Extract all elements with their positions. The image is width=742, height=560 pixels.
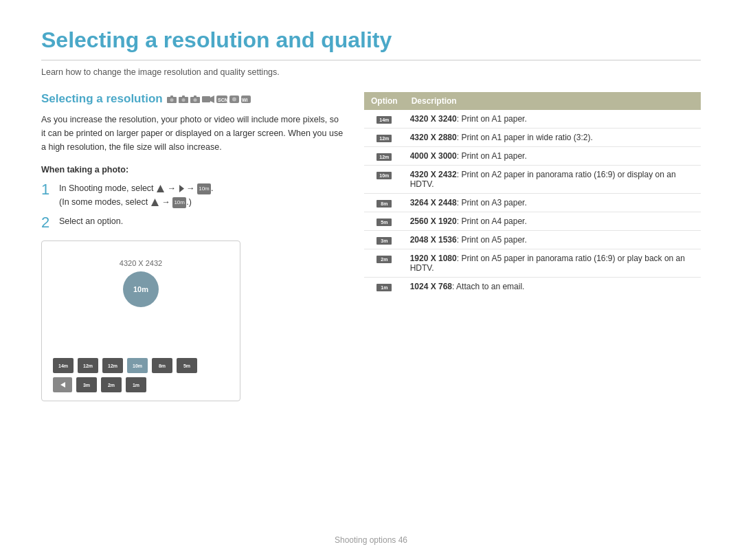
res-value-bold: 4000 X 3000 — [410, 151, 457, 161]
res-value-bold: 1024 X 768 — [410, 282, 452, 291]
cam-btn-12m-label: 12m — [108, 363, 117, 368]
resolution-table: Option Description 14m4320 X 3240: Print… — [364, 92, 701, 295]
cam-btn-12m[interactable]: 12m — [102, 358, 123, 373]
col-description: Description — [405, 92, 701, 110]
table-cell-icon: 14m — [364, 110, 405, 128]
table-cell-icon: 10m — [364, 166, 405, 194]
left-column: Selecting a resolution SCN Wi As you inc… — [41, 92, 344, 401]
section-icons: SCN Wi — [167, 96, 251, 103]
table-row: 10m4320 X 2432: Print on A2 paper in pan… — [364, 166, 701, 194]
page-container: Selecting a resolution and quality Learn… — [0, 0, 742, 422]
svg-rect-4 — [182, 96, 185, 98]
cam-btn-2m-wide-label: 2m — [108, 383, 115, 388]
res-value-bold: 4320 X 3240 — [410, 114, 457, 124]
table-header-row: Option Description — [364, 92, 701, 110]
table-cell-desc: 4320 X 3240: Print on A1 paper. — [405, 110, 701, 128]
table-cell-desc: 4320 X 2432: Print on A2 paper in panora… — [405, 166, 701, 194]
svg-point-5 — [181, 98, 185, 102]
table-row: 12m4000 X 3000: Print on A1 paper. — [364, 147, 701, 166]
cam-btn-14m[interactable]: 14m — [53, 358, 74, 373]
table-cell-desc: 1920 X 1080: Print on A5 paper in panora… — [405, 249, 701, 278]
table-cell-icon: 1m — [364, 278, 405, 296]
table-cell-desc: 4000 X 3000: Print on A1 paper. — [405, 147, 701, 166]
res-value-bold: 2048 X 1536 — [410, 235, 457, 245]
res-icon-10m-3: 10m — [376, 172, 392, 179]
res-value-bold: 4320 X 2432 — [410, 170, 457, 179]
right-arrow-icon — [179, 184, 184, 193]
section-title: Selecting a resolution SCN Wi — [41, 92, 344, 106]
table-row: 3m2048 X 1536: Print on A5 paper. — [364, 231, 701, 249]
table-row: 5m2560 X 1920: Print on A4 paper. — [364, 212, 701, 231]
table-row: 1m1024 X 768: Attach to an email. — [364, 278, 701, 296]
camera-ui-mockup: 4320 X 2432 10m 14m 12m 12m 10m 8m 5m — [41, 240, 240, 401]
res-value-bold: 3264 X 2448 — [410, 198, 457, 208]
table-row: 14m4320 X 3240: Print on A1 paper. — [364, 110, 701, 128]
cam-icon-2 — [179, 96, 188, 103]
cam-btn-8m[interactable]: 8m — [152, 358, 172, 373]
res-value-bold: 4320 X 2880 — [410, 133, 457, 142]
svg-marker-10 — [210, 96, 214, 103]
svg-marker-17 — [157, 185, 164, 192]
res-value-bold: 1920 X 1080 — [410, 254, 457, 263]
step-1: 1 In Shooting mode, select → → 10m. (In … — [41, 181, 344, 209]
mode-icon: SCN — [216, 96, 227, 103]
cam-icon-1 — [167, 96, 177, 103]
cam-btn-5m-label: 5m — [183, 363, 190, 368]
section-title-text: Selecting a resolution — [41, 92, 163, 106]
step-1-subtext: (In some modes, select → 10m.) — [59, 195, 344, 209]
cam-btn-3m-label: 3m — [83, 383, 90, 388]
col-option: Option — [364, 92, 405, 110]
svg-point-8 — [193, 98, 196, 102]
camera-ui-inner: 4320 X 2432 10m — [53, 252, 229, 348]
cam-btn-10m[interactable]: 10m — [127, 358, 148, 373]
cam-btn-14m-label: 14m — [58, 363, 68, 368]
step-2-text: Select an option. — [59, 214, 344, 228]
cam-btn-12m-wide-label: 12m — [83, 363, 93, 368]
table-cell-desc: 1024 X 768: Attach to an email. — [405, 278, 701, 296]
section-description: As you increase the resolution, your pho… — [41, 113, 344, 154]
cam-btn-5m[interactable]: 5m — [177, 358, 197, 373]
page-subtitle: Learn how to change the image resolution… — [41, 67, 701, 77]
res-icon-inline: 10m — [197, 183, 211, 194]
cam-back-btn[interactable] — [53, 377, 72, 392]
cam-btn-2m-wide[interactable]: 2m — [101, 377, 122, 392]
table-cell-icon: 2m — [364, 249, 405, 278]
res-icon-2m-7: 2m — [376, 256, 392, 263]
selected-resolution-icon: 10m — [123, 271, 159, 307]
cam-btn-1m[interactable]: 1m — [126, 377, 146, 392]
face-icon — [229, 96, 239, 103]
svg-marker-18 — [179, 185, 184, 192]
svg-marker-20 — [60, 382, 65, 388]
video-icon-1 — [202, 96, 214, 103]
wifi-icon: Wi — [241, 96, 251, 103]
svg-marker-19 — [151, 199, 159, 206]
camera-button-row-1: 14m 12m 12m 10m 8m 5m — [53, 358, 229, 373]
selected-icon-label: 10m — [133, 285, 148, 293]
page-footer: Shooting options 46 — [0, 535, 742, 545]
back-arrow-icon — [58, 381, 67, 389]
right-column: Option Description 14m4320 X 3240: Print… — [364, 92, 701, 401]
table-cell-icon: 12m — [364, 128, 405, 147]
res-icon-1m-8: 1m — [376, 284, 392, 291]
res-icon-12m-2: 12m — [376, 153, 392, 161]
cam-btn-3m[interactable]: 3m — [76, 377, 97, 392]
up-arrow-icon — [156, 184, 165, 193]
res-icon-inline-2: 10m — [172, 197, 186, 208]
table-cell-icon: 5m — [364, 212, 405, 231]
table-cell-desc: 2048 X 1536: Print on A5 paper. — [405, 231, 701, 249]
step-1-text: In Shooting mode, select → → 10m. (In so… — [59, 181, 344, 209]
when-taking-label: When taking a photo: — [41, 165, 344, 175]
table-row: 8m3264 X 2448: Print on A3 paper. — [364, 194, 701, 212]
table-cell-icon: 3m — [364, 231, 405, 249]
res-icon-12m-1: 12m — [376, 135, 392, 142]
table-row: 12m4320 X 2880: Print on A1 paper in wid… — [364, 128, 701, 147]
svg-text:Wi: Wi — [242, 98, 248, 102]
svg-point-14 — [232, 97, 236, 101]
cam-btn-12m-wide[interactable]: 12m — [78, 358, 98, 373]
svg-rect-7 — [194, 96, 196, 98]
svg-rect-1 — [170, 96, 173, 98]
table-cell-desc: 4320 X 2880: Print on A1 paper in wide r… — [405, 128, 701, 147]
res-icon-5m-5: 5m — [376, 219, 392, 226]
res-icon-3m-6: 3m — [376, 237, 392, 245]
cam-btn-1m-label: 1m — [133, 383, 139, 388]
